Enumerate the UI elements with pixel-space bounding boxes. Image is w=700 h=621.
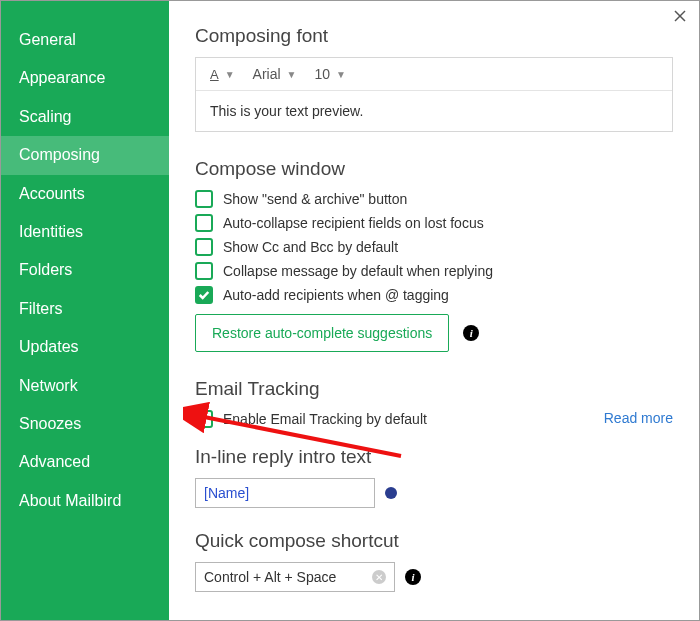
checkbox[interactable]	[195, 238, 213, 256]
sidebar-item-folders[interactable]: Folders	[1, 251, 169, 289]
email-tracking-section: Email Tracking Enable Email Tracking by …	[195, 378, 673, 428]
sidebar-item-label: About Mailbird	[19, 492, 121, 509]
compose-option-label: Show Cc and Bcc by default	[223, 239, 398, 255]
quick-compose-row: Control + Alt + Space ✕ i	[195, 562, 673, 592]
settings-content: Composing font A ▼ Arial ▼ 10	[169, 1, 699, 620]
inline-reply-input[interactable]	[195, 478, 375, 508]
sidebar-item-general[interactable]: General	[1, 21, 169, 59]
chevron-down-icon: ▼	[287, 69, 297, 80]
sidebar-item-label: Snoozes	[19, 415, 81, 432]
checkbox[interactable]	[195, 262, 213, 280]
font-color-picker[interactable]: A ▼	[210, 68, 235, 81]
sidebar-item-filters[interactable]: Filters	[1, 290, 169, 328]
chevron-down-icon: ▼	[336, 69, 346, 80]
sidebar-item-scaling[interactable]: Scaling	[1, 98, 169, 136]
quick-compose-title: Quick compose shortcut	[195, 530, 673, 552]
quick-compose-value: Control + Alt + Space	[204, 569, 336, 585]
enable-tracking-label: Enable Email Tracking by default	[223, 411, 427, 427]
compose-option-row[interactable]: Auto-collapse recipient fields on lost f…	[195, 214, 673, 232]
sidebar-item-advanced[interactable]: Advanced	[1, 443, 169, 481]
compose-option-row[interactable]: Show "send & archive" button	[195, 190, 673, 208]
checkbox[interactable]	[195, 190, 213, 208]
sidebar-item-label: Appearance	[19, 69, 105, 86]
info-icon[interactable]: i	[463, 325, 479, 341]
settings-sidebar: GeneralAppearanceScalingComposingAccount…	[1, 1, 169, 620]
sidebar-item-network[interactable]: Network	[1, 367, 169, 405]
sidebar-item-label: Folders	[19, 261, 72, 278]
compose-window-title: Compose window	[195, 158, 673, 180]
sidebar-item-composing[interactable]: Composing	[1, 136, 169, 174]
font-family-value: Arial	[253, 66, 281, 82]
settings-dialog: GeneralAppearanceScalingComposingAccount…	[0, 0, 700, 621]
font-toolbar: A ▼ Arial ▼ 10 ▼	[196, 58, 672, 91]
inline-reply-title: In-line reply intro text	[195, 446, 673, 468]
sidebar-item-about-mailbird[interactable]: About Mailbird	[1, 482, 169, 520]
compose-option-label: Show "send & archive" button	[223, 191, 407, 207]
sidebar-item-label: Composing	[19, 146, 100, 163]
info-icon[interactable]: i	[405, 569, 421, 585]
compose-option-row[interactable]: Collapse message by default when replyin…	[195, 262, 673, 280]
compose-option-row[interactable]: Auto-add recipients when @ tagging	[195, 286, 673, 304]
font-size-select[interactable]: 10 ▼	[315, 66, 346, 82]
sidebar-item-identities[interactable]: Identities	[1, 213, 169, 251]
checkbox[interactable]	[195, 214, 213, 232]
font-settings-box: A ▼ Arial ▼ 10 ▼ This is your text previ…	[195, 57, 673, 132]
restore-row: Restore auto-complete suggestions i	[195, 314, 673, 352]
quick-compose-input[interactable]: Control + Alt + Space ✕	[195, 562, 395, 592]
compose-option-label: Auto-collapse recipient fields on lost f…	[223, 215, 484, 231]
compose-option-row[interactable]: Show Cc and Bcc by default	[195, 238, 673, 256]
compose-option-label: Collapse message by default when replyin…	[223, 263, 493, 279]
composing-font-section: Composing font A ▼ Arial ▼ 10	[195, 25, 673, 132]
email-tracking-title: Email Tracking	[195, 378, 673, 400]
composing-font-title: Composing font	[195, 25, 673, 47]
sidebar-item-accounts[interactable]: Accounts	[1, 175, 169, 213]
quick-compose-section: Quick compose shortcut Control + Alt + S…	[195, 530, 673, 592]
sidebar-item-label: Advanced	[19, 453, 90, 470]
color-dot[interactable]	[385, 487, 397, 499]
sidebar-item-updates[interactable]: Updates	[1, 328, 169, 366]
checkbox[interactable]	[195, 286, 213, 304]
sidebar-item-label: Updates	[19, 338, 79, 355]
chevron-down-icon: ▼	[225, 69, 235, 80]
font-family-select[interactable]: Arial ▼	[253, 66, 297, 82]
sidebar-item-label: Identities	[19, 223, 83, 240]
sidebar-item-label: Accounts	[19, 185, 85, 202]
sidebar-item-label: General	[19, 31, 76, 48]
sidebar-item-label: Scaling	[19, 108, 71, 125]
font-color-icon: A	[210, 68, 219, 81]
sidebar-item-snoozes[interactable]: Snoozes	[1, 405, 169, 443]
sidebar-item-label: Network	[19, 377, 78, 394]
sidebar-item-appearance[interactable]: Appearance	[1, 59, 169, 97]
read-more-link[interactable]: Read more	[604, 410, 673, 426]
restore-autocomplete-button[interactable]: Restore auto-complete suggestions	[195, 314, 449, 352]
font-preview-text: This is your text preview.	[196, 91, 672, 131]
compose-window-section: Compose window Show "send & archive" but…	[195, 158, 673, 352]
inline-reply-section: In-line reply intro text	[195, 446, 673, 508]
email-tracking-row: Enable Email Tracking by default Read mo…	[195, 410, 673, 428]
clear-shortcut-icon[interactable]: ✕	[372, 570, 386, 584]
inline-reply-row	[195, 478, 673, 508]
checkbox-enable-tracking[interactable]	[195, 410, 213, 428]
enable-email-tracking-option[interactable]: Enable Email Tracking by default	[195, 410, 427, 428]
compose-option-label: Auto-add recipients when @ tagging	[223, 287, 449, 303]
font-size-value: 10	[315, 66, 331, 82]
sidebar-item-label: Filters	[19, 300, 63, 317]
